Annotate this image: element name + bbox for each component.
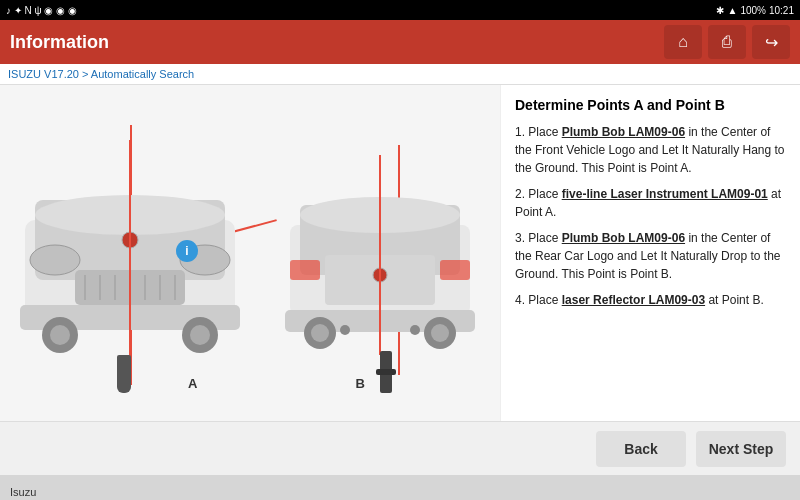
step-3-num: 3. Place [515, 231, 562, 245]
wifi-icon: ▲ [727, 5, 737, 16]
svg-point-17 [190, 325, 210, 345]
info-bubble[interactable]: i [176, 240, 198, 262]
svg-point-30 [311, 324, 329, 342]
svg-rect-24 [440, 260, 470, 280]
step-2-bold: five-line Laser Instrument LAM09-01 [562, 187, 768, 201]
point-b-label: B [356, 376, 365, 391]
step-4-num: 4. Place [515, 293, 562, 307]
breadcrumb-text: ISUZU V17.20 > Automatically Search [8, 68, 194, 80]
main-content: A B i Determine Points A and Point B 1. … [0, 85, 800, 421]
svg-point-28 [410, 325, 420, 335]
svg-point-32 [431, 324, 449, 342]
step-1-num: 1. Place [515, 125, 562, 139]
breadcrumb: ISUZU V17.20 > Automatically Search [0, 64, 800, 85]
svg-point-15 [50, 325, 70, 345]
page-title: Information [10, 32, 109, 53]
action-bar: Back Next Step [0, 421, 800, 475]
step-1-bold: Plumb Bob LAM09-06 [562, 125, 685, 139]
footer-brand: Isuzu [10, 486, 790, 498]
step-2-num: 2. Place [515, 187, 562, 201]
battery-text: 100% [740, 5, 766, 16]
step-3-bold: Plumb Bob LAM09-06 [562, 231, 685, 245]
back-button[interactable]: Back [596, 431, 686, 467]
bluetooth-icon: ✱ [716, 5, 724, 16]
car-front-image [5, 140, 255, 360]
content-title: Determine Points A and Point B [515, 97, 786, 113]
home-button[interactable]: ⌂ [664, 25, 702, 59]
step-2: 2. Place five-line Laser Instrument LAM0… [515, 185, 786, 221]
time: 10:21 [769, 5, 794, 16]
step-4-rest: at Point B. [708, 293, 763, 307]
step-4-bold: laser Reflector LAM09-03 [562, 293, 705, 307]
status-icons: ♪ ✦ N ψ ◉ ◉ ◉ [6, 5, 77, 16]
text-panel: Determine Points A and Point B 1. Place … [500, 85, 800, 421]
footer-bar: Isuzu VIN JS3TD000000100000 [0, 475, 800, 500]
step-1: 1. Place Plumb Bob LAM09-06 in the Cente… [515, 123, 786, 177]
header-actions: ⌂ ⎙ ↪ [664, 25, 790, 59]
next-step-button[interactable]: Next Step [696, 431, 786, 467]
image-panel: A B i [0, 85, 500, 421]
car-rear-image [275, 155, 485, 355]
print-button[interactable]: ⎙ [708, 25, 746, 59]
header: Information ⌂ ⎙ ↪ [0, 20, 800, 64]
step-3: 3. Place Plumb Bob LAM09-06 in the Cente… [515, 229, 786, 283]
plumb-bob-left [117, 355, 131, 393]
status-bar: ♪ ✦ N ψ ◉ ◉ ◉ ✱ ▲ 100% 10:21 [0, 0, 800, 20]
svg-rect-23 [290, 260, 320, 280]
point-a-label: A [188, 376, 197, 391]
exit-button[interactable]: ↪ [752, 25, 790, 59]
step-4: 4. Place laser Reflector LAM09-03 at Poi… [515, 291, 786, 309]
svg-point-27 [340, 325, 350, 335]
laser-tool-right [380, 351, 392, 393]
svg-point-3 [30, 245, 80, 275]
status-bar-left: ♪ ✦ N ψ ◉ ◉ ◉ [6, 5, 77, 16]
status-bar-right: ✱ ▲ 100% 10:21 [716, 5, 794, 16]
